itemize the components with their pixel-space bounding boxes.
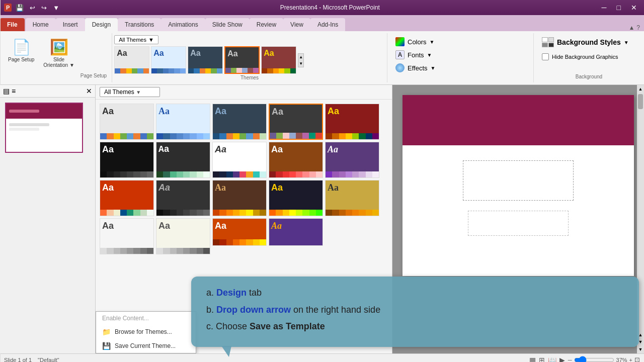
theme-grid-item-19[interactable]: Aa: [269, 218, 323, 246]
save-theme-label: Save Current Theme...: [115, 342, 176, 349]
tab-transitions[interactable]: Transitions: [118, 18, 161, 31]
tooltip-line-c: c. Choose Save as Template: [206, 320, 624, 333]
page-setup-group-label: Page Setup: [80, 73, 107, 79]
slide-orientation-button[interactable]: 🖼️ SlideOrientation ▼: [40, 36, 77, 70]
effects-button[interactable]: Effects ▼: [393, 62, 527, 73]
colors-icon: [395, 37, 405, 46]
colors-button[interactable]: Colors ▼: [393, 36, 527, 47]
save-icon[interactable]: 💾: [14, 4, 26, 12]
tab-slideshow[interactable]: Slide Show: [205, 18, 250, 31]
save-current-theme-menu-item[interactable]: 💾 Save Current Theme...: [96, 339, 196, 353]
slide-panel: ▤ ≡ ✕ 1: [0, 85, 96, 353]
theme-grid-item-12[interactable]: Aa: [156, 180, 210, 216]
slide-thumbnail[interactable]: [5, 103, 83, 153]
effects-label: Effects: [408, 64, 428, 72]
theme-grid-item-18[interactable]: Aa: [212, 218, 267, 246]
slide-item-1[interactable]: 1: [5, 103, 83, 153]
colors-label: Colors: [408, 38, 427, 46]
app-logo: P: [4, 4, 12, 12]
view-toggle-icon[interactable]: ▤: [3, 87, 10, 95]
tooltip-design-bold: Design: [216, 288, 247, 298]
page-setup-button[interactable]: 📄 Page Setup: [5, 36, 37, 64]
ribbon-content: 📄 Page Setup 🖼️ SlideOrientation ▼ Page …: [0, 31, 644, 85]
browse-themes-icon: 📁: [102, 328, 111, 336]
tooltip-drop-down-bold: Drop down arrow: [216, 305, 291, 315]
tab-design[interactable]: Design: [85, 18, 118, 31]
gallery-scroll[interactable]: ▲ ▼: [298, 53, 304, 67]
theme-item-4[interactable]: Aa: [224, 46, 260, 74]
background-controls: Colors ▼ A Fonts ▼ Effects ▼: [393, 36, 527, 73]
enable-content-menu-item: Enable Content...: [96, 312, 196, 325]
theme-grid-item-17[interactable]: Aa: [156, 218, 210, 254]
theme-grid-item-5[interactable]: Aa: [325, 104, 379, 140]
scrollbar-thumb: [638, 94, 643, 109]
redo-icon[interactable]: ↪: [39, 4, 49, 12]
theme-grid-item-8[interactable]: Aa: [212, 142, 267, 178]
close-panel-icon[interactable]: ✕: [86, 87, 92, 95]
tooltip-line-b: b. Drop down arrow on the right hand sid…: [206, 304, 624, 316]
theme-grid-item-16[interactable]: Aa: [100, 218, 154, 254]
slide-count-label: Slide 1 of 1: [4, 357, 32, 363]
fonts-button[interactable]: A Fonts ▼: [393, 49, 527, 60]
themes-header-row: All Themes ▼: [114, 35, 385, 44]
effects-dropdown-arrow: ▼: [431, 65, 436, 71]
theme-grid-item-1[interactable]: Aa: [100, 104, 154, 140]
scroll-bottom-arrow[interactable]: ▼: [637, 345, 644, 353]
slide-content-box-1[interactable]: [463, 160, 574, 201]
theme-grid-item-15[interactable]: Aa: [325, 180, 379, 216]
theme-grid-item-11[interactable]: Aa: [100, 180, 154, 216]
theme-grid-item-14[interactable]: Aa: [269, 180, 323, 216]
view-outline-icon[interactable]: ≡: [12, 87, 16, 95]
scroll-up-arrow[interactable]: ▲: [637, 85, 644, 93]
themes-gallery-group: All Themes ▼ Aa Aa Aa: [112, 33, 387, 82]
all-themes-dropdown[interactable]: All Themes ▼: [114, 35, 158, 44]
tab-view[interactable]: View: [283, 18, 310, 31]
theme-grid-item-9[interactable]: Aa: [269, 142, 323, 178]
dropdown-arrow-icon: ▼: [148, 37, 154, 43]
slide-thumb-header: [6, 104, 82, 119]
browse-for-themes-menu-item[interactable]: 📁 Browse for Themes...: [96, 325, 196, 339]
theme-grid-item-2[interactable]: Aa: [156, 104, 210, 140]
window-title: Presentation4 - Microsoft PowerPoint: [280, 4, 380, 11]
title-bar-left: P 💾 ↩ ↪ ▼: [4, 4, 61, 12]
fonts-label: Fonts: [408, 51, 424, 59]
themes-filter-label: All Themes: [104, 88, 134, 96]
theme-grid-item-10[interactable]: Aa: [325, 142, 379, 178]
theme-grid-item-3[interactable]: Aa: [212, 104, 267, 140]
tab-addins[interactable]: Add-Ins: [310, 18, 345, 31]
gallery-scroll-up[interactable]: ▲: [298, 54, 304, 60]
tab-animations[interactable]: Animations: [161, 18, 205, 31]
theme-grid-item-4[interactable]: Aa: [269, 104, 323, 140]
theme-name-label: "Default": [38, 357, 59, 363]
tab-review[interactable]: Review: [250, 18, 283, 31]
slide-panel-toolbar: ▤ ≡ ✕: [0, 85, 95, 98]
theme-item-3[interactable]: Aa: [188, 46, 223, 74]
theme-item-5[interactable]: Aa: [261, 46, 296, 74]
slide-canvas[interactable]: [403, 95, 634, 276]
fonts-icon: A: [395, 50, 405, 59]
status-bar-left: Slide 1 of 1 "Default": [4, 357, 59, 363]
themes-filter-row: All Themes ▼: [96, 85, 392, 100]
slide-thumb-title-bar: [9, 110, 39, 113]
theme-grid-item-7[interactable]: Aa: [156, 142, 210, 178]
theme-grid-item-13[interactable]: Aa: [212, 180, 267, 216]
all-themes-label: All Themes: [119, 37, 146, 43]
gallery-scroll-down[interactable]: ▼: [298, 60, 304, 67]
tooltip-line-a: a. Design tab: [206, 287, 624, 299]
undo-icon[interactable]: ↩: [28, 4, 37, 12]
slides-list: 1: [0, 98, 95, 353]
theme-item-1[interactable]: Aa: [114, 46, 149, 74]
fonts-dropdown-arrow: ▼: [427, 52, 432, 58]
slide-thumb-content: [6, 119, 82, 135]
customize-icon[interactable]: ▼: [51, 4, 61, 12]
theme-item-2[interactable]: Aa: [151, 46, 186, 74]
effects-icon: [395, 63, 405, 72]
slide-orientation-icon: 🖼️: [50, 38, 68, 56]
slide-content-box-2[interactable]: [468, 211, 569, 236]
tab-home[interactable]: Home: [26, 18, 56, 31]
theme-grid-item-6[interactable]: Aa: [100, 142, 154, 178]
themes-filter-select[interactable]: All Themes ▼: [100, 87, 160, 97]
page-setup-label: Page Setup: [8, 57, 34, 62]
tab-insert[interactable]: Insert: [56, 18, 85, 31]
tab-file[interactable]: File: [0, 18, 25, 31]
